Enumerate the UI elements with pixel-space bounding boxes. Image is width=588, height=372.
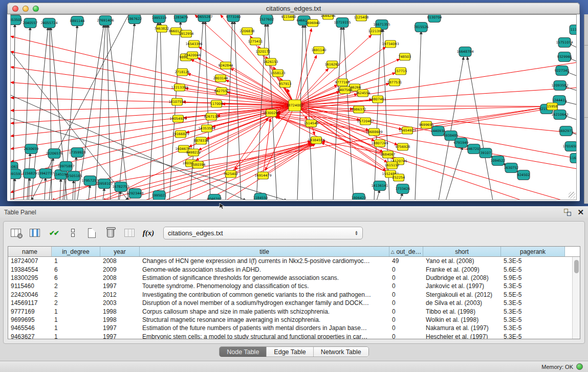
column-header-out_de[interactable]: △out_de…	[389, 247, 423, 256]
graph-node[interactable]: 16914479	[254, 172, 271, 179]
table-row[interactable]: 911546021997Tourette syndrome. Phenomeno…	[8, 282, 580, 290]
table-row[interactable]: 946554611997Estimation of the future num…	[8, 324, 580, 332]
graph-node[interactable]: 2630659	[24, 144, 39, 154]
graph-node[interactable]: 1995021	[152, 191, 167, 201]
table-row[interactable]: 946362711997Embryonic stem cells: a mode…	[8, 333, 580, 339]
column-header-short[interactable]: short	[423, 247, 501, 256]
delete-columns-button[interactable]	[103, 226, 118, 240]
graph-node[interactable]: 8130704	[427, 15, 442, 23]
graph-node[interactable]: 7986372	[352, 106, 366, 113]
graph-node[interactable]: 1626153	[264, 58, 278, 65]
graph-node[interactable]: 7815526	[414, 23, 429, 32]
column-header-in_degree[interactable]: in_degree	[52, 247, 100, 256]
column-header-year[interactable]: year	[100, 247, 140, 256]
graph-node[interactable]: 2206838	[240, 28, 255, 35]
vertical-scrollbar[interactable]	[572, 257, 580, 339]
graph-node[interactable]: 15958	[547, 103, 558, 110]
graph-node[interactable]: 1877531	[387, 79, 402, 86]
graph-node[interactable]: 8427552	[214, 87, 229, 95]
table-row[interactable]: 1938455462009Genome-wide association stu…	[8, 265, 580, 273]
function-builder-button[interactable]: f(x)	[141, 226, 156, 240]
graph-node[interactable]: 116753	[570, 154, 577, 163]
table-row[interactable]: 2242004622012Investigating the contribut…	[8, 291, 580, 299]
tab-node-table[interactable]: Node Table	[220, 347, 267, 357]
graph-node[interactable]: 1853505	[11, 15, 22, 25]
graph-node[interactable]: 2803144	[213, 75, 228, 82]
graph-node[interactable]: 1867622	[127, 15, 142, 24]
graph-node[interactable]: 16210643	[551, 110, 568, 120]
table-row[interactable]: 1830029562008Estimation of significance …	[8, 274, 580, 282]
show-columns-button[interactable]	[28, 226, 42, 240]
graph-node[interactable]: 7625402	[224, 170, 238, 178]
graph-node[interactable]: 9773160	[226, 15, 241, 22]
table-row[interactable]: 969969511998Structural magnetic resonanc…	[8, 316, 580, 324]
graph-node[interactable]: 2718126	[175, 69, 190, 76]
graph-node[interactable]: 5692971	[559, 126, 574, 136]
graph-node[interactable]: 9777169	[335, 79, 350, 86]
graph-node[interactable]: 9046392	[207, 194, 222, 201]
graph-node[interactable]: 9329966	[557, 52, 572, 62]
graph-node[interactable]: 924502	[517, 170, 530, 180]
resize-grip[interactable]	[569, 192, 575, 199]
graph-node[interactable]: 9242844	[219, 62, 233, 69]
graph-node[interactable]: 5912954	[179, 30, 194, 37]
graph-node[interactable]: 1691140	[312, 47, 326, 54]
graph-node[interactable]: 12505185	[65, 171, 82, 181]
graph-node[interactable]: 1275411	[248, 38, 263, 45]
graph-node[interactable]: 14353594	[198, 125, 215, 132]
graph-node[interactable]: 1995319	[152, 15, 167, 23]
graph-node[interactable]: 24055724	[40, 18, 57, 28]
graph-node[interactable]: 15654923	[399, 127, 416, 134]
graph-node[interactable]: 8878334	[194, 137, 209, 144]
graph-node[interactable]: 10807481	[369, 96, 386, 103]
graph-node[interactable]: 1527602	[259, 15, 274, 25]
table-row[interactable]: 1872400712008Changes of HCN gene express…	[8, 257, 580, 265]
graph-node[interactable]: 2684067	[381, 151, 396, 158]
graph-node[interactable]: 18724007	[286, 100, 303, 111]
graph-node[interactable]: 1125408	[354, 15, 369, 21]
graph-node[interactable]: 12923448	[126, 189, 143, 199]
graph-node[interactable]: 12093582	[551, 81, 568, 91]
graph-node[interactable]: 9115460	[281, 15, 296, 20]
graph-node[interactable]: 19054923	[169, 115, 186, 122]
graph-node[interactable]: 2040557	[23, 18, 38, 28]
graph-node[interactable]: 8891144	[70, 16, 85, 26]
column-header-name[interactable]: name	[8, 247, 52, 256]
graph-node[interactable]: 1558123	[271, 70, 286, 77]
graph-node[interactable]: 10719155	[334, 18, 351, 28]
graph-node[interactable]: 17016504	[562, 142, 577, 151]
column-header-title[interactable]: title	[140, 247, 389, 256]
graph-node[interactable]: 157715	[395, 68, 407, 75]
graph-node[interactable]: 16648784	[456, 47, 473, 57]
graph-node[interactable]: 1094522	[491, 156, 506, 166]
table-selector-dropdown[interactable]: citations_edges.txt ▲▼	[163, 227, 363, 239]
graph-node[interactable]: 17359928	[69, 148, 85, 158]
column-header-pagerank[interactable]: pagerank	[501, 247, 565, 256]
table-row[interactable]: 977716911998Corpus callosum shape and si…	[8, 307, 580, 315]
graph-node[interactable]: 6791949	[454, 138, 469, 148]
graph-node[interactable]: 16782753	[112, 182, 129, 192]
tab-edge-table[interactable]: Edge Table	[267, 347, 313, 357]
scrollbar-thumb[interactable]	[574, 260, 579, 273]
table-settings-button[interactable]	[9, 226, 23, 240]
graph-node[interactable]: 13942737	[37, 169, 54, 179]
graph-node[interactable]: 1156829	[23, 169, 37, 179]
graph-node[interactable]: 10688609	[365, 128, 382, 136]
graph-node[interactable]: 39107	[480, 148, 492, 158]
graph-node[interactable]: 27691406	[97, 16, 114, 26]
graph-node[interactable]: 1184550	[253, 193, 268, 201]
graph-node[interactable]: 3624554	[356, 90, 371, 97]
select-all-columns-button[interactable]: ✔✔	[47, 226, 61, 240]
graph-node[interactable]: 11125	[570, 25, 577, 35]
graph-node[interactable]: 16543396	[185, 40, 202, 48]
graph-node[interactable]: 1644246	[321, 15, 336, 19]
graph-node[interactable]: 15751074	[556, 38, 573, 48]
graph-node[interactable]: 20206576	[46, 149, 62, 159]
graph-node[interactable]: 1514545	[304, 120, 319, 127]
graph-node[interactable]: 1733426	[396, 184, 410, 194]
graph-node[interactable]: 18107552	[168, 98, 185, 105]
graph-node[interactable]: 1580394	[191, 161, 206, 168]
graph-node[interactable]: 1630752	[504, 163, 519, 173]
create-new-column-button[interactable]	[84, 226, 99, 240]
graph-node[interactable]: 1696940	[306, 19, 320, 27]
